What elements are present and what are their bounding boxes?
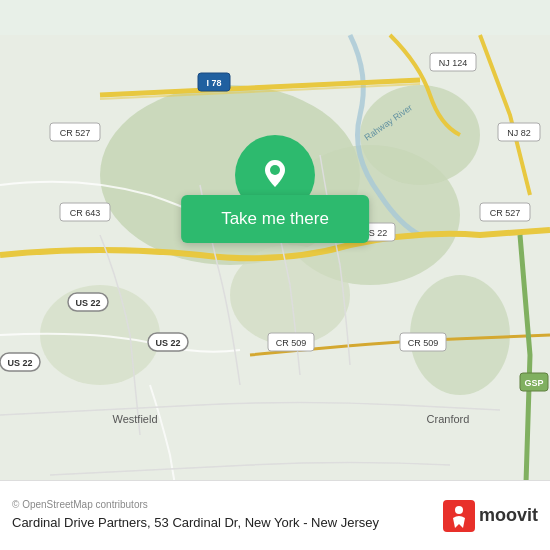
svg-text:CR 527: CR 527: [60, 128, 91, 138]
svg-text:Cranford: Cranford: [427, 413, 470, 425]
svg-text:S 22: S 22: [369, 228, 388, 238]
take-me-there-button[interactable]: Take me there: [181, 195, 369, 243]
address-text: Cardinal Drive Partners, 53 Cardinal Dr,…: [12, 514, 433, 532]
svg-point-37: [270, 165, 280, 175]
svg-text:CR 509: CR 509: [276, 338, 307, 348]
moovit-text: moovit: [479, 505, 538, 526]
info-bar: © OpenStreetMap contributors Cardinal Dr…: [0, 480, 550, 550]
svg-text:US 22: US 22: [155, 338, 180, 348]
svg-text:CR 509: CR 509: [408, 338, 439, 348]
moovit-logo: moovit: [443, 500, 538, 532]
svg-text:US 22: US 22: [75, 298, 100, 308]
svg-text:Westfield: Westfield: [112, 413, 157, 425]
svg-text:GSP: GSP: [524, 378, 543, 388]
svg-text:CR 643: CR 643: [70, 208, 101, 218]
svg-text:US 22: US 22: [7, 358, 32, 368]
svg-text:I 78: I 78: [206, 78, 221, 88]
info-left: © OpenStreetMap contributors Cardinal Dr…: [12, 499, 433, 532]
svg-text:NJ 82: NJ 82: [507, 128, 531, 138]
map-container: CR 527 I 78 NJ 124 NJ 82 CR 643 S 22 US …: [0, 0, 550, 550]
svg-text:CR 527: CR 527: [490, 208, 521, 218]
copyright-text: © OpenStreetMap contributors: [12, 499, 433, 510]
svg-point-39: [455, 506, 463, 514]
svg-text:NJ 124: NJ 124: [439, 58, 468, 68]
